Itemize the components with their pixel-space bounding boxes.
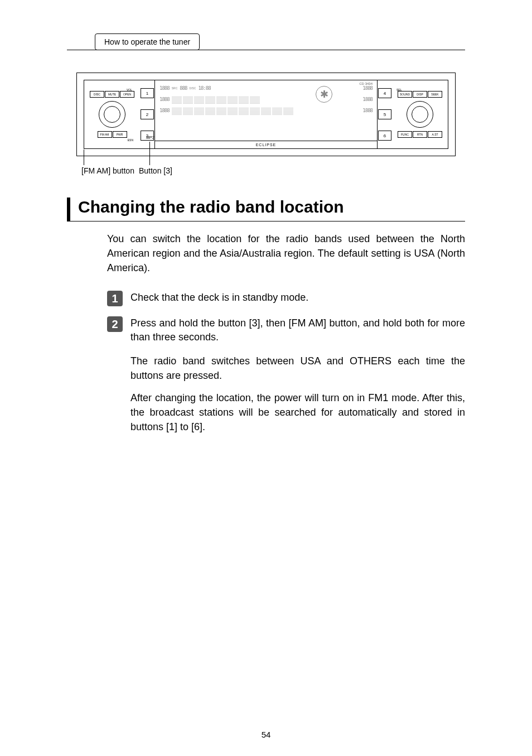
esn-label: ESN: [128, 138, 133, 142]
fm-am-button: FM AM: [98, 131, 112, 138]
lcd-right-3: 1888: [362, 108, 373, 113]
lcd-time: 18:88: [198, 85, 210, 91]
lcd-seg-3: 1888: [159, 108, 170, 113]
rtn-button: RTN: [413, 131, 427, 138]
left-knob: [99, 101, 125, 128]
lcd-seg-top: 888: [180, 85, 187, 91]
title-underline: [67, 221, 465, 221]
step-1-number: 1: [107, 291, 123, 306]
func-button: FUNC: [398, 131, 412, 138]
preset-4: 4: [378, 88, 391, 98]
lcd-src: SRC: [172, 86, 178, 90]
left-knob-section: DISC MUTE OPEN VOL ESN FM AM PWR: [84, 80, 140, 148]
mute-button: MUTE: [105, 91, 119, 98]
lcd-right-2: 1888: [362, 97, 373, 102]
lcd-disc: DISC: [190, 86, 196, 90]
compass-icon: [316, 86, 332, 103]
right-preset-column: 4 5 6: [378, 80, 392, 148]
preset-6: 6: [378, 131, 391, 141]
step-2-number: 2: [107, 316, 123, 332]
right-knob-section: SOUND DISP SEEK SEL FUNC RTN A.ST: [392, 80, 448, 148]
header-tab: How to operate the tuner: [95, 33, 200, 50]
sound-button: SOUND: [398, 91, 412, 98]
right-knob: [407, 101, 433, 128]
radio-panel: DISC MUTE OPEN VOL ESN FM AM PWR 1 2 3: [84, 80, 448, 149]
lcd-right-1: 1888: [362, 85, 373, 91]
vol-label: VOL: [127, 88, 132, 92]
header-tab-label: How to operate the tuner: [104, 37, 190, 46]
callout-button-3: Button [3]: [139, 166, 172, 175]
section-title: Changing the radio band location: [67, 198, 465, 221]
open-button: OPEN: [120, 91, 134, 98]
lcd-matrix-row2: [172, 107, 293, 115]
step-2: 2 Press and hold the button [3], then [F…: [107, 316, 465, 344]
step-1-text: Check that the deck is in standby mode.: [130, 291, 465, 304]
car-stereo-figure: DISC MUTE OPEN VOL ESN FM AM PWR 1 2 3: [76, 73, 456, 156]
note-paragraph-1: The radio band switches between USA and …: [130, 354, 465, 383]
preset-1: 1: [141, 88, 154, 98]
lcd-display: CD 3434 MP3 1888 SRC 888 DISC 18:88 1888…: [154, 80, 378, 148]
preset-2: 2: [141, 109, 154, 119]
lcd-seg-2: 1888: [159, 97, 170, 102]
preset-5: 5: [378, 109, 391, 119]
model-label: CD 3434: [359, 82, 373, 85]
brand-bar: ECLIPSE: [155, 141, 377, 148]
pwr-button: PWR: [113, 131, 127, 138]
step-2-text: Press and hold the button [3], then [FM …: [130, 316, 465, 344]
lcd-seg-1: 1888: [159, 85, 170, 91]
sel-label: SEL: [396, 88, 402, 92]
step-1: 1 Check that the deck is in standby mode…: [107, 291, 465, 306]
disp-button: DISP: [413, 91, 427, 98]
callout-leader-line-1: [84, 150, 84, 165]
ast-button: A.ST: [428, 131, 442, 138]
callout-leader-line-2: [149, 142, 150, 165]
page-number: 54: [0, 730, 532, 739]
lcd-matrix-row1: [172, 96, 260, 104]
mp3-label: MP3: [146, 136, 154, 139]
callout-fm-am: [FM AM] button: [81, 166, 134, 175]
note-paragraph-2: After changing the location, the power w…: [130, 391, 465, 434]
disc-button: DISC: [90, 91, 104, 98]
seek-button: SEEK: [428, 91, 442, 98]
intro-paragraph: You can switch the location for the radi…: [107, 232, 465, 275]
